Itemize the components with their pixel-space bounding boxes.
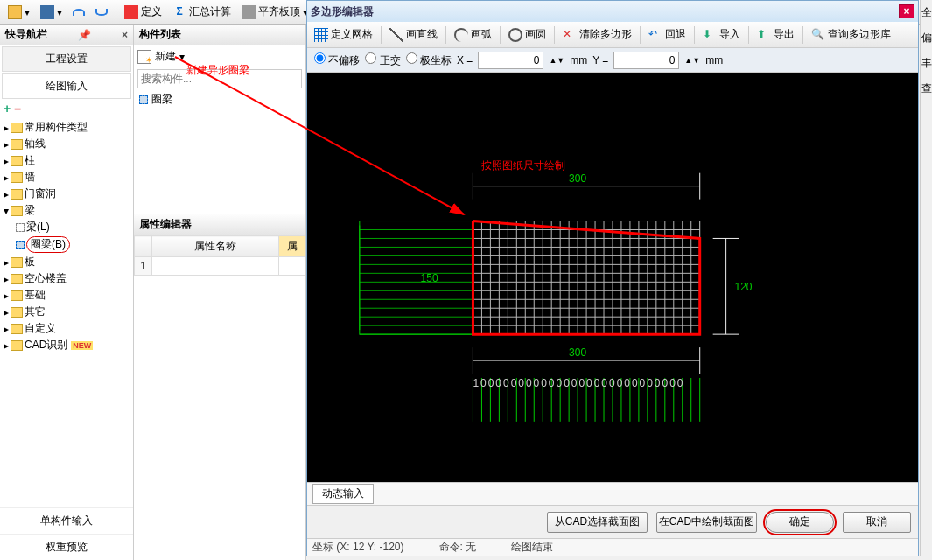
grid-button[interactable]: 定义网格 xyxy=(310,25,377,44)
svg-text:300: 300 xyxy=(569,346,586,359)
undo-button[interactable] xyxy=(68,7,89,18)
back-button[interactable]: ↶回退 xyxy=(644,25,690,44)
tree-openings[interactable]: ▸门窗洞 xyxy=(2,186,131,202)
define-label: 定义 xyxy=(141,4,162,19)
collapse-all[interactable]: – xyxy=(14,102,21,116)
editor-titlebar[interactable]: 多边形编辑器 × xyxy=(307,1,918,22)
status-coords: 坐标 (X: 12 Y: -120) xyxy=(312,540,404,555)
save-button[interactable]: ▾ xyxy=(36,4,67,21)
from-cad-button[interactable]: 从CAD选择截面图 xyxy=(547,512,648,533)
line-button[interactable]: 画直线 xyxy=(385,25,442,44)
nav-report[interactable]: 权重预览 xyxy=(0,534,133,560)
open-dropdown[interactable]: ▾ xyxy=(4,4,34,21)
x-input[interactable] xyxy=(478,52,543,69)
y-label: Y = xyxy=(592,54,608,66)
tree-column[interactable]: ▸柱 xyxy=(2,152,131,169)
tree-axis[interactable]: ▸轴线 xyxy=(2,136,131,152)
nav-single-input[interactable]: 单构件输入 xyxy=(0,508,133,534)
tree-wall[interactable]: ▸墙 xyxy=(2,169,131,186)
complist-header: 构件列表 xyxy=(134,24,305,46)
query-button[interactable]: 🔍查询多边形库 xyxy=(807,25,895,44)
tree-common[interactable]: ▸常用构件类型 xyxy=(2,119,131,136)
define-button[interactable]: 定义 xyxy=(120,3,166,21)
expand-all[interactable]: + xyxy=(4,102,11,116)
mode-none[interactable]: 不偏移 xyxy=(314,52,360,68)
separator xyxy=(116,4,116,21)
tree-foundation[interactable]: ▸基础 xyxy=(2,287,131,304)
tree-beam[interactable]: ▾梁 xyxy=(2,202,131,219)
component-panel: 构件列表 ✶ 新建▾ 新建异形圈梁 圈梁 属性编辑器 属性名称属 1 xyxy=(134,24,306,560)
property-header: 属性编辑器 xyxy=(134,214,305,235)
dynamic-input-tab[interactable]: 动态输入 xyxy=(312,484,374,504)
tree-slab[interactable]: ▸板 xyxy=(2,254,131,270)
svg-text:300: 300 xyxy=(569,172,586,185)
component-item[interactable]: 圈梁 xyxy=(134,90,305,108)
status-drawend: 绘图结束 xyxy=(511,540,553,555)
tree-other[interactable]: ▸其它 xyxy=(2,304,131,320)
redo-button[interactable] xyxy=(91,7,112,18)
import-button[interactable]: ⬇导入 xyxy=(698,25,745,44)
property-table: 属性名称属 1 xyxy=(134,235,305,276)
new-label: 新建 xyxy=(155,49,176,64)
tree-custom[interactable]: ▸自定义 xyxy=(2,320,131,337)
coord-bar: 不偏移 正交 极坐标 X = ▲▼ mm Y = ▲▼ mm xyxy=(307,48,918,73)
close-icon[interactable]: × xyxy=(122,29,128,41)
nav-tree: ▸常用构件类型 ▸轴线 ▸柱 ▸墙 ▸门窗洞 ▾梁 梁(L) 圈梁(B) ▸板 … xyxy=(0,117,133,507)
tab-draw[interactable]: 绘图输入 xyxy=(2,74,131,99)
right-strip: 全 偏 丰 查 xyxy=(920,0,932,556)
nav-bottom: 单构件输入 权重预览 xyxy=(0,507,133,560)
editor-title: 多边形编辑器 xyxy=(311,4,374,19)
cancel-button[interactable]: 取消 xyxy=(843,512,911,533)
status-cmd: 命令: 无 xyxy=(439,540,477,555)
summary-label: 汇总计算 xyxy=(189,4,231,19)
x-label: X = xyxy=(457,54,473,66)
nav-header: 快导航栏 📌 × xyxy=(0,24,133,46)
tree-hollow[interactable]: ▸空心楼盖 xyxy=(2,270,131,287)
circle-button[interactable]: 画圆 xyxy=(504,25,550,44)
x-unit: mm xyxy=(570,54,587,66)
col-val: 属 xyxy=(279,236,305,257)
arc-button[interactable]: 画弧 xyxy=(450,25,496,44)
canvas-svg: 300 300 150 120 按照图纸尺寸绘制 100000000000000… xyxy=(307,73,918,482)
close-button[interactable]: × xyxy=(899,4,914,18)
ok-button[interactable]: 确定 xyxy=(766,512,834,533)
pin-icon[interactable]: 📌 xyxy=(78,29,91,41)
clear-button[interactable]: ✕清除多边形 xyxy=(558,25,636,44)
svg-text:150: 150 xyxy=(421,272,438,284)
y-input[interactable] xyxy=(613,52,679,69)
level-label: 平齐板顶 xyxy=(258,4,300,19)
prop-cell[interactable] xyxy=(279,257,305,276)
svg-text:按照图纸尺寸绘制: 按照图纸尺寸绘制 xyxy=(481,159,565,172)
nav-panel: 快导航栏 📌 × 工程设置 绘图输入 + – ▸常用构件类型 ▸轴线 ▸柱 ▸墙… xyxy=(0,24,134,560)
nav-title: 快导航栏 xyxy=(5,27,47,42)
y-unit: mm xyxy=(705,54,723,66)
red-annotation-new: 新建异形圈梁 xyxy=(186,63,249,78)
tree-beam-l[interactable]: 梁(L) xyxy=(2,219,131,235)
new-icon: ✶ xyxy=(137,50,151,64)
col-name: 属性名称 xyxy=(152,236,279,257)
new-badge: NEW xyxy=(71,341,93,350)
level-button[interactable]: 平齐板顶▾ xyxy=(237,3,312,21)
mode-ortho[interactable]: 正交 xyxy=(365,52,400,68)
draw-in-cad-button[interactable]: 在CAD中绘制截面图 xyxy=(656,512,757,533)
row-idx: 1 xyxy=(135,257,152,276)
polygon-editor-dialog: 多边形编辑器 × 定义网格 画直线 画弧 画圆 ✕清除多边形 ↶回退 ⬇导入 ⬆… xyxy=(306,0,919,556)
svg-text:120: 120 xyxy=(735,281,753,293)
drawing-canvas[interactable]: 300 300 150 120 按照图纸尺寸绘制 100000000000000… xyxy=(307,73,918,482)
new-component-button[interactable]: ✶ 新建▾ 新建异形圈梁 xyxy=(134,46,305,67)
svg-text:1000000000000000000000000000: 1000000000000000000000000000 xyxy=(473,377,684,389)
summary-button[interactable]: Σ汇总计算 xyxy=(168,3,235,21)
tab-project[interactable]: 工程设置 xyxy=(2,46,131,72)
mode-polar[interactable]: 极坐标 xyxy=(406,52,452,68)
export-button[interactable]: ⬆导出 xyxy=(753,25,799,44)
editor-toolbar: 定义网格 画直线 画弧 画圆 ✕清除多边形 ↶回退 ⬇导入 ⬆导出 🔍查询多边形… xyxy=(307,22,918,48)
prop-cell[interactable] xyxy=(152,257,279,276)
tree-cad[interactable]: ▸CAD识别NEW xyxy=(2,337,131,354)
tree-ring-beam[interactable]: 圈梁(B) xyxy=(2,235,131,254)
